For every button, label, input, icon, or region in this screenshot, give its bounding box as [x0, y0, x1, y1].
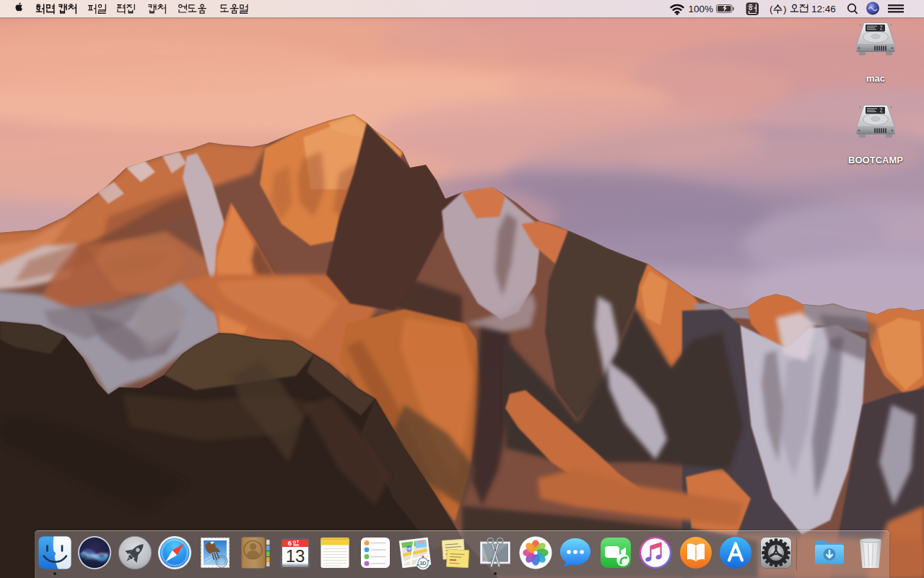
svg-text:280: 280: [405, 546, 413, 551]
svg-text:13: 13: [286, 546, 305, 566]
svg-text:(: (: [770, 4, 773, 14]
svg-text:3D: 3D: [419, 560, 427, 566]
svg-text:): ): [783, 4, 787, 14]
svg-text:100%: 100%: [688, 4, 713, 14]
svg-text:12:46: 12:46: [811, 4, 836, 14]
